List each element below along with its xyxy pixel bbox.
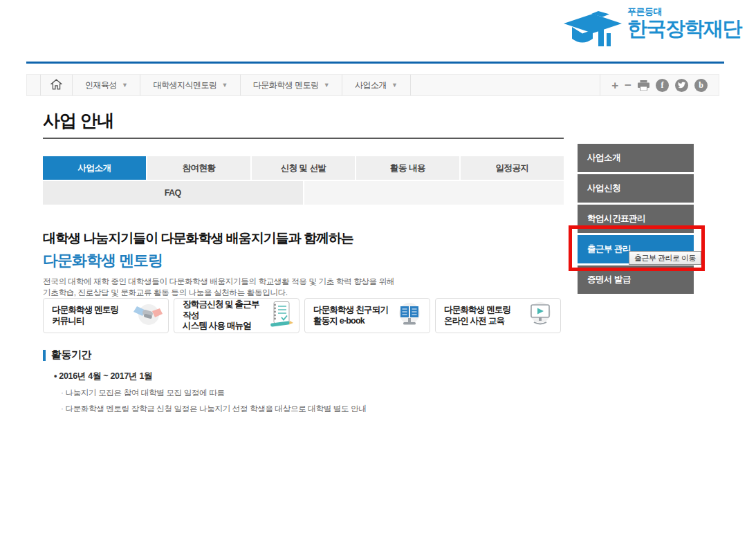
page-title: 사업 안내 bbox=[43, 109, 113, 132]
logo-name: 한국장학재단 bbox=[627, 18, 741, 39]
home-button[interactable] bbox=[41, 75, 73, 95]
activity-period-value: 2016년 4월 ~ 2017년 1월 bbox=[54, 371, 366, 382]
tab-faq[interactable]: FAQ bbox=[43, 181, 303, 205]
online-education-icon bbox=[526, 301, 555, 330]
nav-item-label: 사업소개 bbox=[355, 80, 387, 91]
intro-description-line1: 전국의 대학에 재학 중인 대학생들이 다문화학생 배움지기들의 학교생활 적응… bbox=[43, 276, 394, 287]
intro-heading: 대학생 나눔지기들이 다문화학생 배움지기들과 함께하는 bbox=[43, 230, 394, 248]
printer-icon bbox=[638, 80, 649, 91]
nav-item-knowledge-mentoring[interactable]: 대학생지식멘토링 ▼ bbox=[140, 75, 240, 95]
card-label: 다문화학생 멘토링 온라인 사전 교육 bbox=[444, 305, 510, 326]
ebook-monitor-icon bbox=[395, 301, 424, 330]
tab-row-2: FAQ bbox=[43, 181, 564, 205]
manual-notepad-icon bbox=[268, 301, 293, 331]
tab-schedule-notice[interactable]: 일정공지 bbox=[461, 156, 564, 180]
chevron-down-icon: ▼ bbox=[122, 82, 127, 88]
nav-item-talent[interactable]: 인재육성 ▼ bbox=[73, 75, 140, 95]
tab-program-intro[interactable]: 사업소개 bbox=[43, 156, 146, 180]
font-zoom-out-button[interactable]: − bbox=[625, 80, 631, 91]
section-accent-bar bbox=[43, 350, 46, 361]
activity-period-note: 다문화학생 멘토링 장학금 신청 일정은 나눔지기 선정 학생을 대상으로 대학… bbox=[61, 404, 366, 414]
nav-item-label: 대학생지식멘토링 bbox=[153, 80, 216, 91]
activity-period-note: 나눔지기 모집은 참여 대학별 모집 일정에 따름 bbox=[61, 388, 366, 398]
twitter-icon[interactable] bbox=[675, 79, 688, 92]
quick-link-cards: 다문화학생 멘토링 커뮤니티 장학금신청 및 출근부 작성 시스템 사용 매뉴얼 bbox=[43, 298, 561, 333]
nav-item-label: 다문화학생 멘토링 bbox=[253, 80, 319, 91]
page: 푸른등대 한국장학재단 인재육성 ▼ 대학생지식멘토링 ▼ 다문화학생 멘토링 … bbox=[0, 0, 747, 560]
nav-item-program-intro[interactable]: 사업소개 ▼ bbox=[342, 75, 410, 95]
chevron-down-icon: ▼ bbox=[221, 82, 227, 88]
logo-text: 푸른등대 한국장학재단 bbox=[627, 6, 741, 39]
intro-description: 전국의 대학에 재학 중인 대학생들이 다문화학생 배움지기들의 학교생활 적응… bbox=[43, 276, 394, 298]
content-tabs: 사업소개 참여현황 신청 및 선발 활동 내용 일정공지 FAQ bbox=[43, 156, 564, 205]
blog-icon[interactable]: b bbox=[694, 79, 708, 92]
card-ebook[interactable]: 다문화학생 친구되기 활동지 e-book bbox=[304, 298, 430, 333]
card-label: 다문화학생 멘토링 커뮤니티 bbox=[52, 305, 118, 326]
tab-activity-content[interactable]: 활동 내용 bbox=[356, 156, 459, 180]
font-zoom-in-button[interactable]: + bbox=[611, 80, 618, 91]
title-divider bbox=[43, 138, 564, 139]
nav-spacer bbox=[27, 75, 41, 95]
attendance-tooltip: 출근부 관리로 이동 bbox=[629, 251, 701, 265]
graduation-cap-icon bbox=[564, 8, 625, 51]
facebook-icon[interactable]: f bbox=[656, 79, 669, 92]
activity-period-section: 활동기간 2016년 4월 ~ 2017년 1월 나눔지기 모집은 참여 대학별… bbox=[43, 348, 366, 414]
side-menu: 사업소개 사업신청 학업시간표관리 출근부 관리 증명서 발급 bbox=[578, 144, 694, 296]
tab-participation-status[interactable]: 참여현황 bbox=[147, 156, 250, 180]
nav-item-label: 인재육성 bbox=[85, 80, 117, 91]
tab-application-selection[interactable]: 신청 및 선발 bbox=[252, 156, 355, 180]
sidebar-item-certificate-issue[interactable]: 증명서 발급 bbox=[578, 265, 694, 294]
sidebar-item-program-intro[interactable]: 사업소개 bbox=[578, 144, 694, 172]
header-divider bbox=[26, 62, 724, 64]
chevron-down-icon: ▼ bbox=[324, 82, 329, 88]
home-icon bbox=[50, 79, 62, 92]
chevron-down-icon: ▼ bbox=[391, 82, 397, 88]
activity-period-title: 활동기간 bbox=[43, 348, 366, 362]
card-system-manual[interactable]: 장학금신청 및 출근부 작성 시스템 사용 매뉴얼 bbox=[174, 298, 299, 333]
logo-tagline: 푸른등대 bbox=[627, 6, 741, 18]
intro-subheading: 다문화학생 멘토링 bbox=[43, 250, 394, 271]
handshake-icon bbox=[133, 302, 163, 330]
intro-section: 대학생 나눔지기들이 다문화학생 배움지기들과 함께하는 다문화학생 멘토링 전… bbox=[43, 230, 394, 298]
card-label: 장학금신청 및 출근부 작성 시스템 사용 매뉴얼 bbox=[183, 299, 268, 332]
card-label: 다문화학생 친구되기 활동지 e-book bbox=[313, 305, 388, 326]
sidebar-item-program-apply[interactable]: 사업신청 bbox=[578, 174, 694, 203]
intro-description-line2: 기초학습, 진로상담 및 문화교류 활동 등의 나눔을 실천하는 활동입니다. bbox=[43, 287, 394, 298]
tab-row-1: 사업소개 참여현황 신청 및 선발 활동 내용 일정공지 bbox=[43, 156, 564, 180]
main-navbar: 인재육성 ▼ 대학생지식멘토링 ▼ 다문화학생 멘토링 ▼ 사업소개 ▼ + − bbox=[26, 74, 719, 96]
nav-tools: + − f b bbox=[600, 75, 719, 95]
print-button[interactable] bbox=[638, 80, 649, 91]
sidebar-item-timetable-management[interactable]: 학업시간표관리 bbox=[578, 205, 694, 233]
nav-item-multicultural-mentoring[interactable]: 다문화학생 멘토링 ▼ bbox=[241, 75, 342, 95]
card-mentoring-community[interactable]: 다문화학생 멘토링 커뮤니티 bbox=[43, 298, 169, 333]
site-logo[interactable]: 푸른등대 한국장학재단 bbox=[564, 6, 741, 51]
tab-row-filler bbox=[304, 181, 564, 205]
card-online-education[interactable]: 다문화학생 멘토링 온라인 사전 교육 bbox=[435, 298, 561, 333]
